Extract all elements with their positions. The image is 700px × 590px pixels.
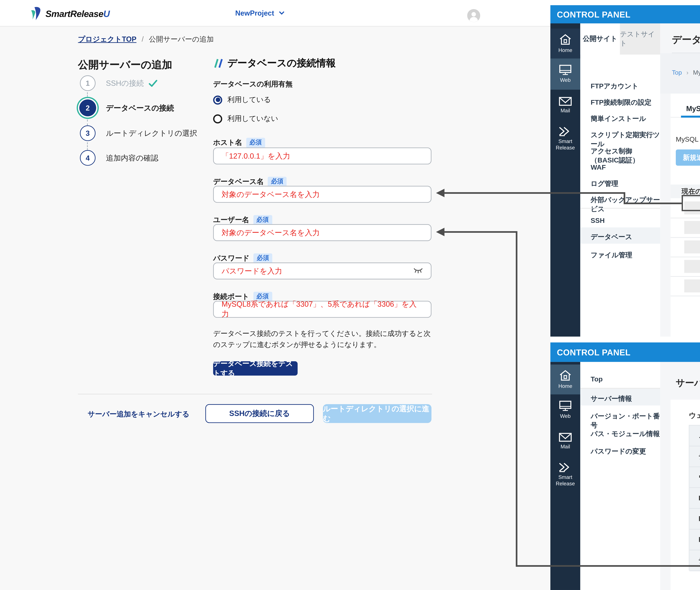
cp1-menu-database[interactable]: データベース <box>591 233 632 242</box>
cp2-submenu: Top サーバー情報 バージョン・ポート番号 パス・モジュール情報 パスワードの… <box>580 362 660 590</box>
step-4-circle: 4 <box>80 150 96 166</box>
cp2-sidebar-item-home[interactable]: Home <box>550 365 580 394</box>
cp1-menu-divider <box>580 208 660 209</box>
step-connector <box>87 92 88 99</box>
cp1-tab-mysql[interactable]: MySQL 8.0.29 <box>686 105 700 112</box>
breadcrumb-link-project-top[interactable]: プロジェクトTOP <box>78 35 136 43</box>
brand-name: SmartReleaseU <box>45 8 110 19</box>
cp2-row-label-https-docroot: httpsドキュメントルート <box>690 529 700 550</box>
wizard-title: 公開サーバーの追加 <box>78 59 172 72</box>
cp1-tab-public-site[interactable]: 公開サイト <box>580 23 620 55</box>
cp2-header: CONTROL PANEL <box>550 342 700 362</box>
control-panel-serverinfo-screenshot: CONTROL PANEL Home Web Mail Smart Releas… <box>550 342 700 590</box>
double-slash-icon <box>213 58 223 69</box>
cp1-add-new-button[interactable]: 新規追加 <box>676 150 700 166</box>
cp1-menu-access-control[interactable]: アクセス制御（BASIC認証） <box>591 147 660 165</box>
dbname-input[interactable]: 対象のデータベース名を入力 <box>213 186 432 203</box>
cp2-page-title: サーバー情報 <box>676 378 700 389</box>
step-2-circle: 2 <box>79 99 96 116</box>
port-input[interactable]: MySQL8系であれば「3307」、5系であれば「3306」を入力 <box>213 301 432 318</box>
cp2-menu-top[interactable]: Top <box>591 375 603 383</box>
port-label: 接続ポート <box>213 292 249 300</box>
password-input[interactable]: パスワードを入力 <box>213 263 432 280</box>
cp1-tab-test-site[interactable]: テストサイト <box>620 23 660 55</box>
cp1-header: CONTROL PANEL <box>550 5 700 23</box>
smartrelease-app: SmartReleaseU NewProject プロジェクトTOP / 公開サ… <box>0 0 550 590</box>
redacted-value <box>684 240 700 254</box>
cp1-sidebar-item-web[interactable]: Web <box>550 59 580 90</box>
cp1-menu-log[interactable]: ログ管理 <box>591 179 618 188</box>
radio-unselected-icon <box>213 114 222 123</box>
cp2-row-label-testsite-domain: テストサイトドメイン名 <box>690 447 700 467</box>
cp1-menu-file-manager[interactable]: ファイル管理 <box>591 251 632 260</box>
host-label: ホスト名 <box>213 138 242 146</box>
cp1-menu-ftp-restriction[interactable]: FTP接続制限の設定 <box>591 98 652 107</box>
password-label-row: パスワード必須 <box>213 252 272 264</box>
cp2-server-table: ご契約ドメイン名 テストサイトドメイン名 .smartrelease.jp ウェ… <box>689 425 700 571</box>
cp1-menu-easy-install[interactable]: 簡単インストール <box>591 114 646 123</box>
port-placeholder: MySQL8系であれば「3307」、5系であれば「3306」を入力 <box>222 299 423 319</box>
cp2-card: ウェブサーバー ご契約ドメイン名 テストサイトドメイン名 .smartrelea… <box>671 400 700 590</box>
radio-selected-icon <box>213 95 222 104</box>
cp2-menu-path-module[interactable]: パス・モジュール情報 <box>591 429 660 438</box>
radio-not-using[interactable]: 利用していない <box>213 114 278 123</box>
cp1-breadcrumb-top[interactable]: Top <box>672 69 682 76</box>
wizard-step-4: 4 追加内容の確認 <box>80 150 158 166</box>
monitor-icon <box>559 400 572 411</box>
wizard-step-1: 1 SSHの接続 <box>80 75 157 91</box>
cp1-menu-ssh[interactable]: SSH <box>591 216 605 224</box>
cancel-server-add-link[interactable]: サーバー追加をキャンセルする <box>88 409 190 419</box>
cp1-page-title: データベース <box>672 34 700 46</box>
cp2-menu-server-info[interactable]: サーバー情報 <box>591 394 632 404</box>
username-label-row: ユーザー名必須 <box>213 213 272 225</box>
cp2-section-title: ウェブサーバー <box>689 411 700 420</box>
cp2-sidebar-item-web[interactable]: Web <box>550 394 580 426</box>
step-connector <box>87 142 88 150</box>
username-placeholder: 対象のデータベース名を入力 <box>222 228 320 237</box>
dbname-placeholder: 対象のデータベース名を入力 <box>222 189 320 199</box>
eye-closed-icon[interactable] <box>413 268 423 274</box>
cp1-db-row: _sample1 <box>671 257 700 277</box>
cp1-active-tab-underline <box>681 116 700 118</box>
cp1-sidebar-item-home[interactable]: Home <box>550 28 580 59</box>
cp2-sidebar: Home Web Mail Smart Release <box>550 362 580 590</box>
radio-using[interactable]: 利用している <box>213 95 271 105</box>
radio-using-label: 利用している <box>227 95 271 105</box>
cp1-db-row: _proctest <box>671 237 700 257</box>
cp1-menu-ftp-account[interactable]: FTPアカウント <box>591 82 638 91</box>
password-placeholder: パスワードを入力 <box>222 266 282 276</box>
cp1-db-count: MySQL データベース数 : 5 / 5 <box>676 135 700 144</box>
test-connection-button[interactable]: データベース接続をテストする <box>213 361 298 376</box>
cp1-sidebar-item-mail[interactable]: Mail <box>550 90 580 121</box>
cp2-row-label-ip-address: IPアドレス <box>690 488 700 509</box>
cp1-table-header: 現在の登録状況 <box>682 187 700 196</box>
db-usage-label: データベースの利用有無 <box>213 79 293 89</box>
cp1-sidebar: Home Web Mail Smart Release <box>550 23 580 336</box>
dbname-label-row: データベース名必須 <box>213 175 286 187</box>
cp1-menu-backup[interactable]: 外部バックアップサービス <box>591 196 660 214</box>
logo-swoosh-icon <box>30 6 43 21</box>
cp1-main: データベース Top › MySQL8.0.29 MySQL 8.0.29 パス… <box>660 23 700 336</box>
cp2-menu-change-password[interactable]: パスワードの変更 <box>591 447 646 456</box>
cp2-row-label-webserver-name: ウェブサーバー名 <box>690 467 700 488</box>
host-input[interactable]: 「127.0.0.1」を入力 <box>213 148 432 165</box>
cp1-db-row: _Test0805 <box>671 276 700 296</box>
required-badge: 必須 <box>253 215 272 225</box>
cp1-menu-waf[interactable]: WAF <box>591 163 606 171</box>
username-input[interactable]: 対象のデータベース名を入力 <box>213 224 432 241</box>
cp2-sidebar-item-mail[interactable]: Mail <box>550 425 580 457</box>
cp1-sidebar-item-smartrelease[interactable]: Smart Release <box>550 121 580 156</box>
back-to-ssh-button[interactable]: SSHの接続に戻る <box>205 404 314 423</box>
next-root-directory-button[interactable]: ルートディレクトリの選択に進む <box>323 404 432 423</box>
app-logo[interactable]: SmartReleaseU <box>30 6 110 21</box>
cp1-breadcrumb-current: MySQL8.0.29 <box>693 69 700 76</box>
double-chevron-icon <box>558 462 572 473</box>
required-badge: 必須 <box>246 137 265 148</box>
step-3-circle: 3 <box>80 125 96 141</box>
cp1-menu-script-scheduler[interactable]: スクリプト定期実行ツール <box>591 130 660 149</box>
chevron-down-icon <box>279 11 284 15</box>
avatar[interactable] <box>467 9 480 22</box>
cp2-sidebar-item-smartrelease[interactable]: Smart Release <box>550 457 580 492</box>
cp2-menu-version-port[interactable]: バージョン・ポート番号 <box>591 412 660 430</box>
project-selector[interactable]: NewProject <box>235 9 284 17</box>
